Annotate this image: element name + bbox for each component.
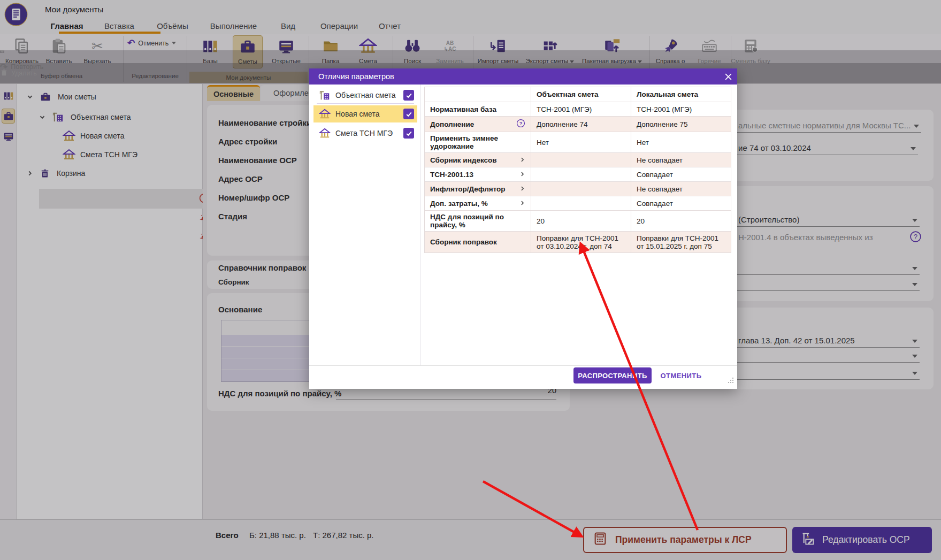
table-row: Нормативная база ТСН-2001 (МГЭ) ТСН-2001… [425, 102, 731, 117]
object-value: ТСН-2001 (МГЭ) [531, 102, 631, 117]
table-row: Сборник поправок Поправки для ТСН-2001 о… [425, 232, 731, 253]
table-row: НДС для позиций по прайсу, % 20 20 [425, 211, 731, 232]
dialog-title-bar[interactable]: Отличия параметров [309, 68, 737, 85]
svg-text:?: ? [519, 121, 523, 126]
propagate-button[interactable]: РАСПРОСТРАНИТЬ [573, 367, 652, 383]
chevron-right-icon[interactable] [519, 156, 525, 164]
table-row[interactable]: Инфлятор/Дефлятор Не совпадает [425, 182, 731, 196]
dialog-item-new-estimate[interactable]: Новая смета [313, 105, 417, 122]
param-diff-table: Объектная смета Локальная смета Норматив… [424, 87, 731, 253]
cancel-button[interactable]: ОТМЕНИТЬ [654, 367, 708, 383]
param-name: Инфлятор/Дефлятор [430, 185, 506, 193]
house-estimate-icon [319, 108, 331, 120]
header-param [425, 87, 531, 102]
checkbox-checked[interactable] [403, 128, 414, 139]
dialog-title: Отличия параметров [318, 72, 394, 81]
local-value: Совпадает [631, 196, 731, 211]
app-window: Мои документы Главная Вставка Объёмы Вып… [0, 0, 941, 560]
list-divider [317, 103, 414, 104]
object-value [531, 196, 631, 211]
local-value: Нет [631, 132, 731, 153]
object-value: 20 [531, 211, 631, 232]
house-estimate-icon [319, 127, 331, 139]
dialog-footer-divider [309, 365, 737, 366]
param-name: Нормативная база [430, 105, 496, 113]
param-name: НДС для позиций по прайсу, % [430, 213, 525, 229]
chevron-right-icon[interactable] [519, 171, 525, 179]
resize-grip[interactable] [726, 376, 734, 386]
object-value: Поправки для ТСН-2001 от 03.10.2024 г. д… [531, 232, 631, 253]
local-value: Совпадает [631, 167, 731, 182]
help-circle-icon[interactable]: ? [516, 119, 525, 129]
header-object: Объектная смета [531, 87, 631, 102]
checkbox-checked[interactable] [403, 109, 414, 119]
close-icon[interactable] [724, 72, 733, 81]
param-name: ТСН-2001.13 [430, 171, 473, 179]
table-row[interactable]: Доп. затраты, % Совпадает [425, 196, 731, 211]
table-row[interactable]: ТСН-2001.13 Совпадает [425, 167, 731, 182]
checkbox-checked[interactable] [403, 90, 414, 101]
object-value [531, 167, 631, 182]
local-value: Поправки для ТСН-2001 от 15.01.2025 г. д… [631, 232, 731, 253]
local-value: 20 [631, 211, 731, 232]
dialog-item-object-estimate[interactable]: Объектная смета [313, 87, 417, 104]
chevron-right-icon[interactable] [519, 185, 525, 193]
table-row: Дополнение ? Дополнение 74 Дополнение 75 [425, 117, 731, 132]
dialog-item-label: Новая смета [335, 110, 403, 118]
object-value [531, 182, 631, 196]
param-name: Сборник поправок [430, 238, 497, 246]
param-name: Сборник индексов [430, 156, 497, 164]
chevron-right-icon[interactable] [519, 200, 525, 208]
local-value: Не совпадает [631, 182, 731, 196]
table-row[interactable]: Сборник индексов Не совпадает [425, 153, 731, 167]
param-name: Применить зимнее удорожание [430, 134, 525, 150]
local-value: Не совпадает [631, 153, 731, 167]
object-value: Нет [531, 132, 631, 153]
object-value [531, 153, 631, 167]
dialog-vertical-separator [420, 85, 420, 365]
dialog-item-label: Смета ТСН МГЭ [335, 129, 403, 137]
table-header-row: Объектная смета Локальная смета [425, 87, 731, 102]
param-name: Доп. затраты, % [430, 200, 488, 208]
local-value: Дополнение 75 [631, 117, 731, 132]
object-value: Дополнение 74 [531, 117, 631, 132]
table-row: Применить зимнее удорожание Нет Нет [425, 132, 731, 153]
param-name: Дополнение [430, 120, 474, 128]
header-local: Локальная смета [631, 87, 731, 102]
building-crane-icon [319, 89, 331, 101]
local-value: ТСН-2001 (МГЭ) [631, 102, 731, 117]
dialog-item-label: Объектная смета [335, 91, 403, 99]
dialog-item-tsn-estimate[interactable]: Смета ТСН МГЭ [313, 125, 417, 142]
param-diff-dialog: Отличия параметров Объектная смета Новая… [309, 68, 737, 389]
